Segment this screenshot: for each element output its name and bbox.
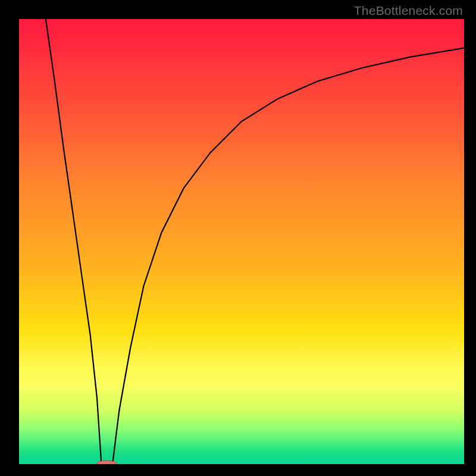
curve-group (46, 19, 464, 464)
marker-group (96, 461, 117, 464)
chart-frame: TheBottleneck.com (0, 0, 476, 476)
curve-layer (19, 19, 464, 464)
series-right-branch (112, 48, 464, 464)
series-left-branch (46, 19, 101, 464)
min-marker (96, 461, 117, 464)
watermark-text: TheBottleneck.com (354, 4, 463, 18)
plot-area (19, 19, 464, 464)
